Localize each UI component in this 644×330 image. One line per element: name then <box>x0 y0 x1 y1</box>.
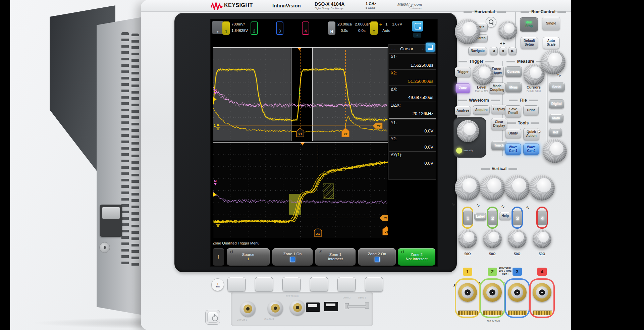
clear-display-button[interactable]: ClearDisplay <box>491 118 507 130</box>
softkey-hardbutton-6[interactable] <box>365 277 383 292</box>
analyze-button[interactable]: Analyze <box>455 106 471 115</box>
oscilloscope-photo: KEYSIGHT InfiniiVision DSO-X 4104A Digit… <box>0 0 644 330</box>
brand-bandwidth: 1 GHz <box>366 2 376 6</box>
multiplex-scale-knob[interactable] <box>541 50 566 74</box>
touch-button[interactable]: Touch <box>491 141 507 150</box>
utility-button[interactable]: Utility <box>505 129 521 138</box>
zone-trigger-icon[interactable] <box>412 21 423 32</box>
entry-knob[interactable] <box>457 120 479 142</box>
horizontal-scale-knob[interactable] <box>455 19 480 44</box>
nav-stop-button[interactable]: ■ <box>499 47 507 55</box>
power-button[interactable] <box>205 310 220 325</box>
cursor-menu-icon[interactable] <box>426 43 435 52</box>
cursors-label: Cursors <box>522 85 545 89</box>
connector-tray: EXT TRIG IN Gen Out 1 Gen Out 2 Demo 2 D… <box>231 292 373 326</box>
single-button[interactable]: Single <box>542 17 560 30</box>
ext-trig-label: EXT TRIG IN <box>286 295 299 297</box>
print-button[interactable]: Print <box>523 105 539 115</box>
ac-symbol: ∿ <box>476 203 480 208</box>
ref-button[interactable]: Ref <box>549 128 562 137</box>
default-setup-button[interactable]: DefaultSetup <box>521 37 538 49</box>
ac-symbol: ∿ <box>501 204 505 209</box>
ch2-position-knob[interactable] <box>483 229 502 248</box>
softkey-hardbutton-2[interactable] <box>255 277 273 292</box>
auto-scale-button[interactable]: AutoScale <box>543 37 559 49</box>
ch1-scale-knob[interactable] <box>455 175 480 201</box>
ch1-bnc-connector <box>458 283 477 302</box>
softkey-hardbutton-1[interactable] <box>227 277 246 292</box>
ch4-scale-knob[interactable] <box>529 175 555 201</box>
display-button[interactable]: Display <box>491 105 507 114</box>
softkey-hardbutton-3[interactable] <box>282 277 301 292</box>
main-waveform-window[interactable]: Y2X1X2M1 <box>213 47 388 141</box>
ch3-position-knob[interactable] <box>508 229 527 248</box>
math-button[interactable]: Math <box>549 114 564 123</box>
zoom-waveform-plot: 2X1Y1X2M1 <box>213 143 388 239</box>
trigger-level-marker[interactable] <box>213 97 217 101</box>
save-recall-button[interactable]: SaveRecall <box>505 105 521 117</box>
meas-button[interactable]: Meas <box>505 82 522 93</box>
trigger-button[interactable]: Trigger <box>455 67 471 77</box>
mode-coupling-button[interactable]: ModeCoupling <box>489 82 505 94</box>
softkey-hardbutton-5[interactable] <box>337 277 356 292</box>
acquire-button[interactable]: Acquire <box>473 105 490 115</box>
checkbox-icon <box>290 257 295 262</box>
softkey-back[interactable]: ↑ <box>213 248 224 266</box>
ch3-scale-knob[interactable] <box>504 175 530 201</box>
softkey-zone2-on[interactable]: Zone 2 On <box>358 248 396 266</box>
status-menu-button[interactable]: ▾ <box>212 21 223 34</box>
knob-icon: ↺ <box>318 250 322 255</box>
nav-prev-button[interactable]: ◀ <box>490 47 498 55</box>
channel3-key[interactable]: 3 <box>276 21 283 35</box>
probe-sense-pins <box>508 311 527 315</box>
softkey-source[interactable]: ↺ Source1 <box>227 248 270 266</box>
channel1-button[interactable]: 1 <box>463 211 473 225</box>
softkey-zone1-intersect[interactable]: ↺ Zone 1Intersect <box>315 248 356 266</box>
probe-sense-pins <box>483 311 502 315</box>
zoom-region-band[interactable] <box>291 48 312 141</box>
softkey-zone1-on[interactable]: Zone 1 On <box>272 248 313 266</box>
channel4-button[interactable]: 4 <box>538 211 547 225</box>
annotation-icon[interactable]: ▵ <box>413 33 421 38</box>
channel2-button[interactable]: 2 <box>488 211 497 225</box>
digital-button[interactable]: Digital <box>549 99 564 109</box>
wave-gen2-button[interactable]: WaveGen2 <box>523 144 539 155</box>
ref-pointer-icon: ▶ <box>538 129 541 133</box>
quick-action-button[interactable]: QuickAction <box>523 128 539 140</box>
ch1-position-knob[interactable] <box>458 229 477 248</box>
serial-button[interactable]: Serial <box>549 82 565 92</box>
cursor-panel-header[interactable]: ⋮⋮ Cursor ⋮⋮ <box>389 45 436 54</box>
run-stop-button[interactable]: Run Stop <box>520 17 538 32</box>
cursors-sublabel: Push to Select <box>522 90 545 92</box>
trigger-level-knob[interactable] <box>472 64 494 85</box>
back-button[interactable]: ↑ Back <box>211 278 224 291</box>
ch1-offset: 1.84625V <box>231 29 248 33</box>
multiplex-position-knob[interactable] <box>543 139 567 163</box>
zone-button[interactable]: Zone <box>455 83 470 93</box>
marker-m-arrow <box>214 183 217 185</box>
brand-keysight: KEYSIGHT <box>224 2 253 8</box>
wave-gen1-button[interactable]: WaveGen1 <box>505 144 521 155</box>
cursors-button[interactable]: Cursors <box>505 66 522 77</box>
label-button[interactable]: Label <box>474 213 486 221</box>
channel2-key[interactable]: 2 <box>251 21 258 35</box>
zoom-waveform-window[interactable]: 2X1Y1X2M1 <box>213 142 388 239</box>
softkey-hardbutton-4[interactable] <box>310 277 328 292</box>
channel4-key[interactable]: 4 <box>302 21 309 35</box>
nav-next-button[interactable]: ▶ <box>508 47 517 55</box>
ch2-scale-knob[interactable] <box>480 175 505 201</box>
knob-icon: ↺ <box>401 250 405 255</box>
horizontal-key[interactable]: H <box>328 21 335 35</box>
channel3-button[interactable]: 3 <box>513 211 522 225</box>
intensity-button[interactable] <box>456 148 462 154</box>
plot-text: X2 <box>384 230 388 234</box>
trigger-key[interactable]: T <box>370 21 378 35</box>
channel1-key[interactable]: 1 <box>222 21 230 35</box>
trigger-level-marker[interactable] <box>213 192 217 197</box>
navigate-button[interactable]: Navigate <box>468 47 487 55</box>
gen-out2-label: Gen Out 2 <box>264 318 274 320</box>
horizontal-delay-knob[interactable] <box>498 21 517 40</box>
help-button[interactable]: Help <box>499 212 511 220</box>
ch4-position-knob[interactable] <box>533 229 551 248</box>
softkey-zone2-notintersect[interactable]: ↺ Zone 2Not Intersect <box>398 248 435 266</box>
